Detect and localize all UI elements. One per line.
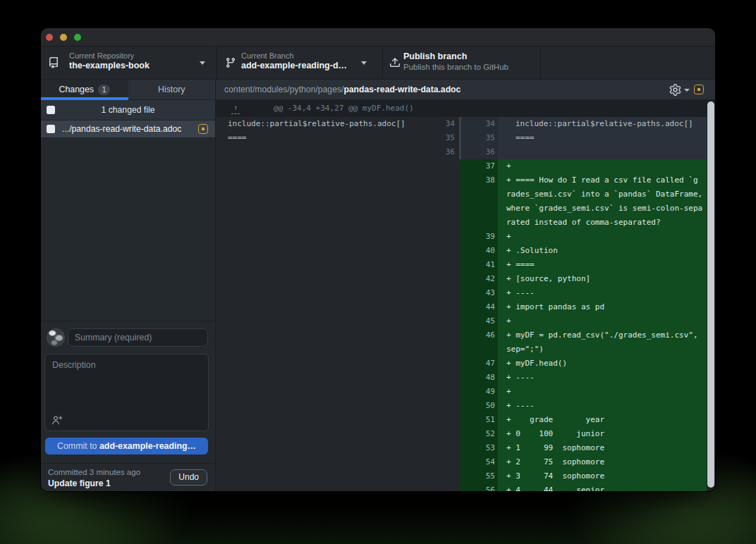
diff-old-cell (216, 413, 461, 427)
desktop-background: Current Repository the-examples-book Cur… (0, 0, 756, 544)
diff-file-name: pandas-read-write-data.adoc (343, 85, 461, 94)
diff-line-content: + ==== How do I read a csv file called `… (498, 173, 707, 230)
diff-row[interactable]: 51+ grade year (216, 413, 707, 427)
diff-old-cell (216, 286, 461, 300)
committed-ago-text: Committed 3 minutes ago (48, 468, 140, 476)
diff-row[interactable]: 48+ ---- (216, 371, 707, 385)
new-line-number: 52 (461, 427, 498, 441)
zoom-button[interactable] (74, 34, 81, 41)
new-line-number: 36 (461, 145, 498, 159)
diff-line-content: + .Solution (498, 244, 707, 258)
file-checkbox[interactable] (47, 125, 55, 133)
diff-line-content: include::partial$relative-paths.adoc[] (498, 117, 707, 131)
branch-label: Current Branch (241, 51, 294, 60)
new-line-number: 41 (461, 258, 498, 272)
diff-line-content: + ---- (498, 399, 707, 413)
new-line-number: 55 (461, 469, 498, 483)
chevron-down-icon (200, 61, 205, 65)
diff-line-content: + myDF.head() (498, 357, 707, 371)
last-commit-message: Update figure 1 (48, 478, 111, 488)
diff-row[interactable]: 3636 (216, 145, 707, 159)
diff-row[interactable]: ====3535==== (216, 131, 707, 145)
new-line-number: 34 (461, 117, 498, 131)
branch-switcher[interactable]: Current Branch add-example-reading-d… (217, 47, 383, 80)
select-all-row[interactable]: 1 changed file (41, 100, 215, 120)
repository-name: the-examples-book (69, 61, 150, 70)
diff-row[interactable]: 53+ 1 99 sophomore (216, 441, 707, 455)
close-button[interactable] (46, 34, 53, 41)
new-line-number: 53 (461, 441, 498, 455)
tab-history[interactable]: History (128, 80, 216, 99)
changed-file-row[interactable]: .../pandas-read-write-data.adoc (41, 120, 215, 138)
new-line-number: 49 (461, 385, 498, 399)
new-line-number: 56 (461, 483, 498, 491)
undo-bar: Committed 3 minutes ago Update figure 1 … (41, 463, 215, 491)
github-desktop-window: Current Repository the-examples-book Cur… (41, 28, 715, 491)
upload-icon (389, 57, 401, 68)
diff-row[interactable]: 39+ (216, 230, 707, 244)
diff-line-content: + ---- (498, 286, 707, 300)
new-line-number: 48 (461, 371, 498, 385)
diff-old-cell (216, 314, 461, 328)
minimize-button[interactable] (60, 34, 67, 41)
add-coauthor-icon[interactable] (51, 414, 63, 426)
repository-switcher[interactable]: Current Repository the-examples-book (41, 47, 217, 80)
diff-row[interactable]: 50+ ---- (216, 399, 707, 413)
tab-history-label: History (158, 85, 185, 94)
diff-row[interactable]: 52+ 0 100 junior (216, 427, 707, 441)
diff-row[interactable]: 37+ (216, 159, 707, 173)
diff-row[interactable]: 42+ [source, python] (216, 272, 707, 286)
publish-branch-button[interactable]: Publish branch Publish this branch to Gi… (383, 47, 541, 80)
diff-row[interactable]: 38+ ==== How do I read a csv file called… (216, 173, 707, 230)
new-line-number: 40 (461, 244, 498, 258)
diff-row[interactable]: 41+ ==== (216, 258, 707, 272)
new-line-number: 35 (461, 131, 498, 145)
chevron-down-icon (361, 61, 367, 65)
diff-row[interactable]: 47+ myDF.head() (216, 357, 707, 371)
diff-file-path-prefix: content/modules/python/pages/ (224, 85, 343, 94)
diff-line-content: + (498, 159, 707, 173)
diff-old-cell (216, 455, 461, 469)
avatar (47, 328, 65, 347)
diff-scrollbar[interactable] (707, 101, 714, 488)
diff-file-header: content/modules/python/pages/pandas-read… (215, 80, 715, 100)
expand-hunk-icon[interactable]: ↑ (231, 102, 240, 114)
new-line-number: 42 (461, 272, 498, 286)
description-placeholder: Description (52, 360, 96, 370)
diff-line-content: + 4 44 senior (498, 483, 707, 491)
gear-icon[interactable] (669, 84, 681, 96)
diff-row[interactable]: 56+ 4 44 senior (216, 483, 707, 491)
diff-old-cell: 36 (216, 145, 461, 159)
diff-row[interactable]: 40+ .Solution (216, 244, 707, 258)
diff-row[interactable]: 43+ ---- (216, 286, 707, 300)
diff-row[interactable]: 45+ (216, 314, 707, 328)
diff-row[interactable]: 55+ 3 74 sophomore (216, 469, 707, 483)
diff-row[interactable]: 54+ 2 75 sophomore (216, 455, 707, 469)
diff-old-cell (216, 371, 461, 385)
hunk-header: ↑@@ -34,4 +34,27 @@ myDF.head() (216, 100, 707, 117)
new-line-number: 39 (461, 230, 498, 244)
commit-form-divider (41, 321, 215, 321)
git-branch-icon (225, 57, 236, 68)
diff-row[interactable]: 44+ import pandas as pd (216, 300, 707, 314)
undo-button[interactable]: Undo (170, 469, 207, 486)
diff-row[interactable]: include::partial$relative-paths.adoc[]34… (216, 117, 707, 131)
diff-line-content: ==== (498, 131, 707, 145)
diff-old-cell (216, 399, 461, 413)
tab-changes[interactable]: Changes 1 (41, 80, 128, 99)
diff-row[interactable]: 49+ (216, 385, 707, 399)
new-line-number: 37 (461, 159, 498, 173)
chevron-down-icon[interactable] (684, 89, 690, 92)
commit-button[interactable]: Commit to add-example-reading… (45, 438, 208, 455)
diff-line-content: + 1 99 sophomore (498, 441, 707, 455)
diff-old-cell (216, 357, 461, 371)
summary-input[interactable]: Summary (required) (68, 328, 208, 347)
diff-line-content: + ==== (498, 258, 707, 272)
diff-body: ↑@@ -34,4 +34,27 @@ myDF.head()include::… (216, 100, 715, 491)
changed-files-count: 1 changed file (41, 105, 215, 115)
description-input[interactable]: Description (44, 354, 209, 431)
window-titlebar[interactable] (41, 28, 715, 47)
diff-file-path: content/modules/python/pages/pandas-read… (224, 85, 461, 94)
new-line-number: 51 (461, 413, 498, 427)
diff-row[interactable]: 46+ myDF = pd.read_csv("./grades_semi.cs… (216, 328, 707, 357)
